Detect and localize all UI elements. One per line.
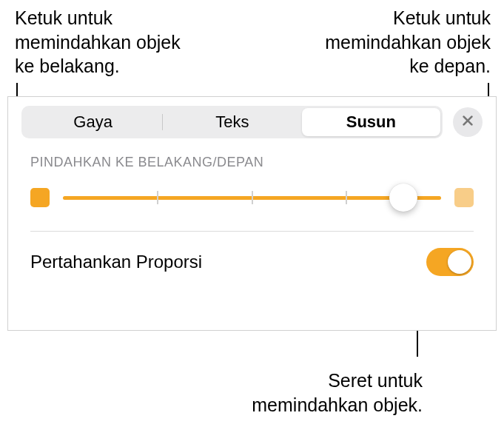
arrange-slider-row [8, 170, 496, 231]
callout-move-back: Ketuk untuk memindahkan objek ke belakan… [15, 6, 181, 78]
format-inspector-panel: Gaya Teks Susun PINDAHKAN KE BELAKANG/DE… [7, 96, 497, 331]
tab-style[interactable]: Gaya [24, 108, 162, 136]
slider-tick [157, 191, 158, 204]
slider-tick [252, 191, 253, 204]
toggle-knob [448, 250, 471, 274]
close-icon [461, 114, 474, 130]
tab-segmented-control: Gaya Teks Susun [21, 106, 443, 138]
constrain-proportions-row: Pertahankan Proporsi [8, 232, 496, 292]
tab-text[interactable]: Teks [163, 108, 301, 136]
constrain-proportions-label: Pertahankan Proporsi [30, 252, 202, 272]
arrange-slider-thumb[interactable] [389, 184, 417, 212]
tab-arrange[interactable]: Susun [302, 108, 440, 136]
callout-move-front: Ketuk untuk memindahkan objek ke depan. [325, 6, 491, 78]
panel-header: Gaya Teks Susun [8, 97, 496, 147]
section-label-move: PINDAHKAN KE BELAKANG/DEPAN [8, 147, 496, 170]
constrain-proportions-toggle[interactable] [426, 248, 474, 276]
move-to-front-button[interactable] [454, 188, 474, 207]
arrange-slider-track[interactable] [63, 186, 441, 209]
callout-drag: Seret untuk memindahkan objek. [252, 369, 423, 417]
close-button[interactable] [453, 107, 483, 137]
slider-tick [346, 191, 347, 204]
move-to-back-button[interactable] [30, 188, 50, 207]
